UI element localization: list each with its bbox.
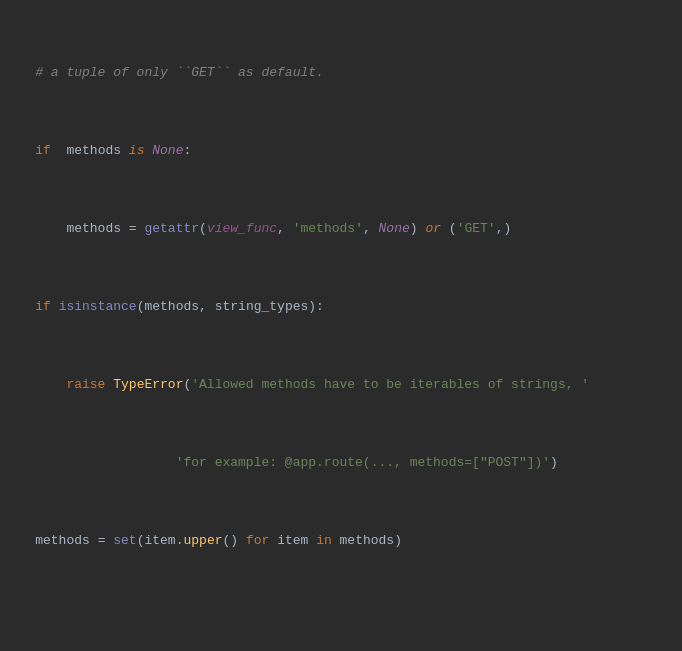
code-line: # a tuple of only ``GET`` as default. — [0, 63, 682, 83]
code-line: methods = getattr(view_func, 'methods', … — [0, 219, 682, 239]
code-line: if isinstance(methods, string_types): — [0, 297, 682, 317]
code-line: raise TypeError('Allowed methods have to… — [0, 375, 682, 395]
code-line — [0, 609, 682, 629]
code-line: 'for example: @app.route(..., methods=["… — [0, 453, 682, 473]
code-editor[interactable]: # a tuple of only ``GET`` as default. if… — [0, 0, 682, 651]
code-line: methods = set(item.upper() for item in m… — [0, 531, 682, 551]
code-line: if methods is None: — [0, 141, 682, 161]
